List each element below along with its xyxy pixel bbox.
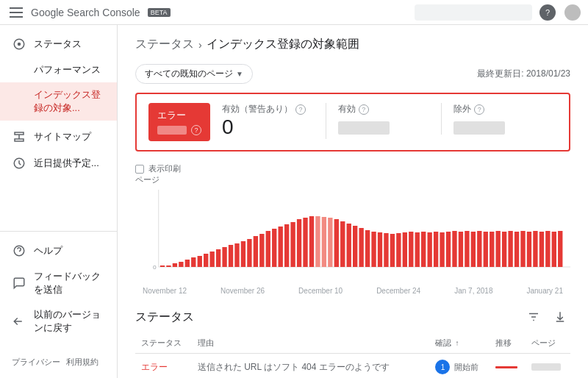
row0-page — [526, 354, 570, 379]
svg-rect-17 — [222, 247, 226, 267]
sidebar-item-feedback[interactable]: フィードバックを送信 — [0, 264, 117, 302]
sidebar-item-index[interactable]: インデックス登録の対象... — [0, 82, 117, 121]
app-header: Google Search Console BETA ? — [0, 0, 588, 25]
svg-rect-55 — [459, 232, 463, 267]
sidebar-nav: ステータス パフォーマンス インデックス登録の対象... サイトマップ 近日提供… — [0, 31, 117, 231]
breadcrumb-separator: › — [198, 39, 202, 51]
svg-rect-19 — [234, 243, 239, 267]
table-title: ステータス — [135, 310, 194, 325]
svg-rect-69 — [545, 231, 550, 267]
export-label: 表示印刷 — [148, 163, 181, 174]
sort-arrow-confirm: ↑ — [455, 339, 459, 347]
svg-rect-60 — [490, 232, 494, 267]
sidebar-help-label: ヘルプ — [34, 244, 62, 257]
svg-rect-9 — [173, 263, 177, 267]
sidebar-item-sitemap[interactable]: サイトマップ — [0, 124, 117, 150]
footer-privacy[interactable]: プライバシー — [12, 357, 60, 368]
svg-rect-54 — [452, 231, 456, 267]
chart-x-axis: November 12 November 26 December 10 Dece… — [135, 287, 570, 295]
sidebar-feedback-label: フィードバックを送信 — [34, 270, 105, 296]
svg-rect-40 — [365, 230, 370, 267]
svg-rect-58 — [477, 231, 481, 267]
svg-rect-64 — [514, 232, 519, 267]
status-cards-container: エラー ? 有効（警告あり） ? 0 有効 ? — [135, 93, 570, 151]
svg-rect-21 — [247, 239, 251, 267]
error-card-value: ? — [157, 125, 201, 135]
breadcrumb: ステータス › インデックス登録の対象範囲 — [135, 37, 570, 52]
excluded-info-icon[interactable]: ? — [474, 104, 484, 115]
help-circle-icon — [12, 243, 26, 258]
row0-reason: 送信された URL はソフト 404 エラーのようです — [192, 354, 430, 379]
filter-arrow: ▼ — [236, 70, 243, 78]
warning-card-value: 0 — [222, 115, 314, 139]
error-card: エラー ? — [148, 103, 210, 141]
sitemap-icon — [12, 129, 26, 144]
header-search — [415, 4, 532, 21]
sidebar-item-performance-label: パフォーマンス — [34, 63, 101, 76]
svg-text:0: 0 — [153, 264, 157, 271]
warning-info-icon[interactable]: ? — [295, 104, 306, 115]
error-card-label: エラー — [157, 109, 201, 122]
sidebar-item-status[interactable]: ステータス — [0, 31, 117, 57]
col-status: ステータス — [135, 333, 192, 354]
sidebar-item-help[interactable]: ヘルプ — [0, 238, 117, 264]
svg-rect-62 — [502, 232, 506, 267]
col-confirm[interactable]: 確認 ↑ — [429, 333, 489, 354]
svg-rect-27 — [284, 224, 289, 267]
svg-rect-61 — [496, 231, 501, 267]
main-layout: ステータス パフォーマンス インデックス登録の対象... サイトマップ 近日提供… — [0, 25, 588, 378]
row0-page-placeholder — [531, 363, 561, 371]
valid-info-icon[interactable]: ? — [359, 104, 369, 115]
sidebar-item-oldversion[interactable]: 以前のバージョンに戻す — [0, 302, 117, 340]
sidebar-item-schedule[interactable]: 近日提供予定... — [0, 150, 117, 176]
svg-rect-65 — [520, 231, 525, 267]
svg-rect-38 — [353, 226, 357, 267]
valid-placeholder — [338, 121, 390, 135]
export-row: 表示印刷 — [135, 163, 570, 174]
row0-trend — [490, 354, 526, 379]
row0-confirm-label: 開始前 — [454, 362, 478, 373]
menu-icon[interactable] — [7, 4, 25, 21]
svg-rect-8 — [166, 265, 171, 267]
svg-rect-66 — [527, 232, 531, 267]
svg-rect-24 — [266, 231, 270, 267]
user-avatar[interactable] — [564, 4, 581, 21]
sidebar-item-performance[interactable]: パフォーマンス — [0, 57, 117, 82]
table-header-row: ステータス — [135, 307, 570, 327]
sidebar-item-index-label: インデックス登録の対象... — [34, 88, 105, 115]
svg-rect-45 — [396, 233, 401, 267]
sidebar-footer: プライバシー 利用規約 — [0, 346, 117, 378]
table-section: ステータス ステータス 理由 確認 — [135, 307, 570, 378]
svg-rect-57 — [471, 232, 476, 267]
help-icon[interactable]: ? — [539, 4, 556, 21]
page-filter-button[interactable]: すべての既知のページ ▼ — [135, 64, 253, 84]
svg-rect-39 — [359, 228, 363, 267]
export-checkbox[interactable] — [135, 165, 144, 174]
col-page: ページ — [526, 333, 570, 354]
back-icon — [12, 314, 26, 329]
header-icons: ? — [539, 4, 581, 21]
breadcrumb-parent[interactable]: ステータス — [135, 37, 194, 52]
svg-rect-13 — [198, 256, 202, 267]
filter-bar: すべての既知のページ ▼ 最終更新日: 2018/01/23 — [135, 64, 570, 84]
download-action-icon[interactable] — [550, 307, 570, 327]
valid-card: 有効 ? — [326, 103, 442, 135]
sidebar-item-schedule-label: 近日提供予定... — [34, 157, 99, 170]
svg-rect-33 — [322, 217, 326, 267]
sidebar-bottom: ヘルプ フィードバックを送信 以前のバージョンに戻す — [0, 231, 117, 346]
excluded-placeholder — [453, 121, 505, 135]
svg-rect-47 — [409, 232, 413, 267]
chart-label-4: Jan 7, 2018 — [454, 287, 492, 295]
svg-rect-43 — [384, 233, 388, 267]
excluded-card-label: 除外 ? — [453, 103, 545, 115]
chart-label-2: December 10 — [298, 287, 343, 295]
schedule-icon — [12, 156, 26, 171]
status-table: ステータス 理由 確認 ↑ 推移 ページ エラー 送信された URL はソフト … — [135, 333, 570, 378]
filter-action-icon[interactable] — [523, 307, 544, 327]
row0-confirm: 1 開始前 — [429, 354, 489, 379]
svg-rect-22 — [254, 236, 258, 267]
svg-rect-50 — [427, 232, 431, 267]
error-info-icon[interactable]: ? — [191, 125, 201, 135]
footer-terms[interactable]: 利用規約 — [66, 357, 98, 368]
svg-rect-63 — [508, 231, 512, 267]
